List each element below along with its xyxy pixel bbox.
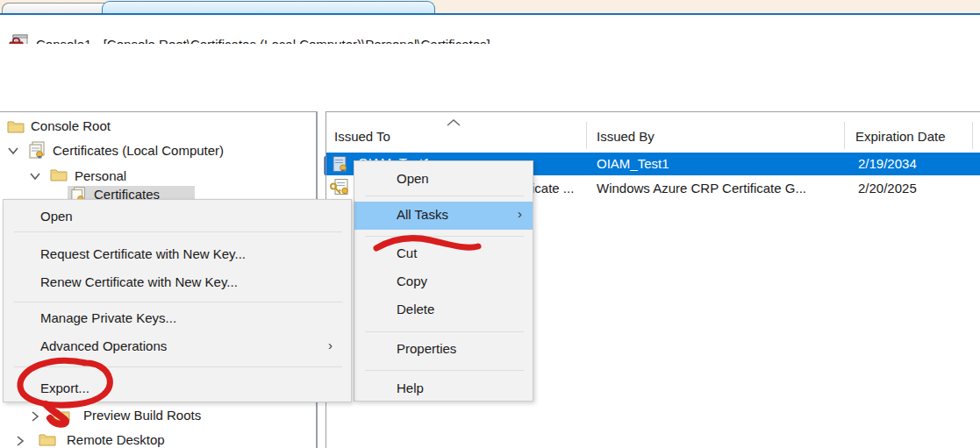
menu-item-export[interactable]: Export... — [4, 380, 351, 400]
cell-issued-by: Windows Azure CRP Certificate G... — [597, 181, 806, 196]
column-separator[interactable] — [844, 122, 845, 149]
menu-item-request-certificate-new-key[interactable]: Request Certificate with New Key... — [4, 246, 351, 266]
cell-expiration-date: 2/19/2034 — [858, 156, 917, 171]
folder-icon — [7, 119, 25, 133]
certificate-with-key-icon — [330, 178, 350, 198]
menu-item-open[interactable]: Open — [4, 209, 351, 228]
browser-tab-strip — [0, 0, 980, 15]
toolbar: ? — [0, 75, 980, 111]
menu-bar: File Action View Favorites Window Help — [0, 44, 980, 75]
tree-item-remote-desktop[interactable]: Remote Desktop — [0, 430, 316, 448]
chevron-right-icon — [31, 411, 39, 422]
menu-item-properties[interactable]: Properties — [354, 341, 533, 360]
menu-item-all-tasks[interactable]: All Tasks › — [354, 202, 533, 230]
tree-item-console-root[interactable]: Console Root — [0, 117, 316, 138]
chevron-right-icon — [16, 436, 25, 446]
tree-item-personal[interactable]: Personal — [0, 164, 316, 187]
submenu-arrow-icon: › — [328, 338, 333, 352]
folder-icon — [53, 408, 70, 422]
submenu-arrow-icon: › — [518, 206, 522, 221]
certificate-icon — [331, 155, 350, 174]
column-separator[interactable] — [972, 122, 973, 149]
title-bar: Console1 - [Console Root\Certificates (L… — [0, 15, 980, 44]
menu-item-advanced-operations[interactable]: Advanced Operations › — [4, 338, 351, 358]
folder-icon — [39, 432, 56, 446]
menu-item-delete[interactable]: Delete — [354, 302, 533, 321]
mmc-window: Console1 - [Console Root\Certificates (L… — [0, 0, 980, 448]
tree-item-certificates-selected[interactable]: Certificates — [68, 186, 195, 199]
cell-issued-to-truncated: icate ... — [532, 181, 574, 196]
cell-issued-by: OIAM_Test1 — [597, 156, 669, 171]
menu-item-help[interactable]: Help — [354, 380, 533, 400]
column-header-issued-by[interactable]: Issued By — [597, 129, 655, 144]
menu-item-copy[interactable]: Copy — [354, 274, 533, 293]
context-menu: Open All Tasks › Cut Copy Delete Propert… — [354, 160, 533, 402]
menu-item-manage-private-keys[interactable]: Manage Private Keys... — [4, 310, 351, 330]
tree-item-preview-build-roots[interactable]: Preview Build Roots — [0, 405, 316, 426]
column-separator[interactable] — [586, 122, 587, 149]
column-header-issued-to[interactable]: Issued To — [334, 129, 390, 144]
folder-icon — [50, 167, 68, 181]
cell-expiration-date: 2/20/2025 — [858, 181, 917, 196]
menu-item-cut[interactable]: Cut — [354, 245, 533, 265]
certificates-snapin-icon — [28, 141, 47, 159]
chevron-down-icon — [30, 172, 40, 181]
sort-ascending-icon — [446, 118, 461, 127]
menu-item-renew-certificate-new-key[interactable]: Renew Certificate with New Key... — [4, 274, 351, 294]
tree-item-certificates-local-computer[interactable]: Certificates (Local Computer) — [0, 139, 316, 162]
column-header-expiration-date[interactable]: Expiration Date — [855, 129, 946, 144]
menu-item-open[interactable]: Open — [354, 171, 533, 190]
chevron-down-icon — [8, 146, 18, 155]
certificates-folder-icon — [70, 187, 88, 199]
all-tasks-submenu: Open Request Certificate with New Key...… — [3, 199, 352, 402]
